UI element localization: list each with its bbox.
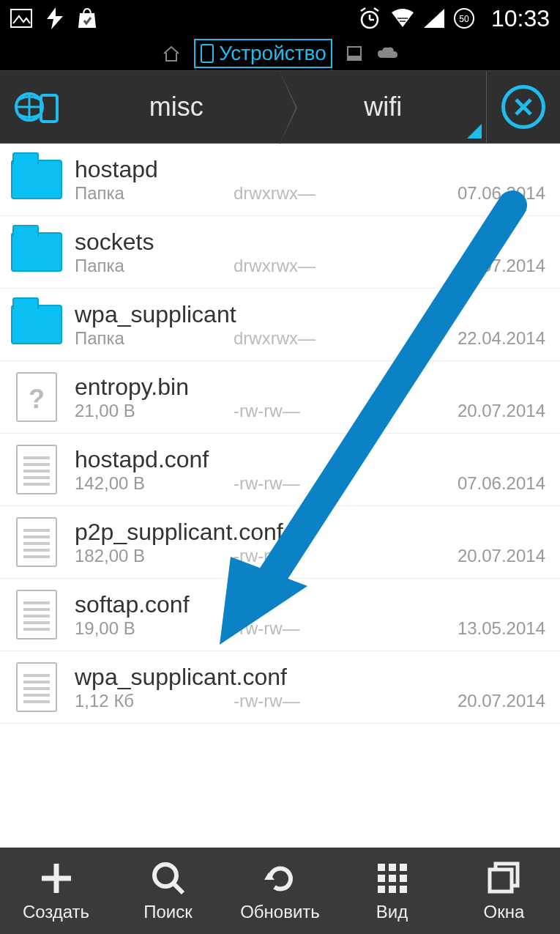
svg-rect-38 [490, 870, 512, 892]
bottom-label: Создать [23, 902, 89, 922]
breadcrumb-label: wifi [364, 92, 402, 122]
svg-text:50: 50 [459, 14, 469, 24]
text-file-icon [16, 590, 57, 640]
file-row[interactable]: socketsПапкаdrwxrwx—20.07.2014 [0, 216, 560, 289]
file-size: 19,00 B [75, 618, 228, 639]
grid-icon [373, 859, 411, 897]
file-size: 142,00 B [75, 473, 228, 494]
file-row[interactable]: p2p_supplicant.conf182,00 B-rw-rw—20.07.… [0, 506, 560, 579]
file-name: entropy.bin [75, 374, 545, 401]
file-date: 07.06.2014 [392, 183, 545, 204]
svg-rect-28 [378, 864, 385, 871]
refresh-button[interactable]: Обновить [224, 848, 336, 934]
cloud-icon[interactable] [376, 46, 398, 61]
bottom-label: Обновить [240, 902, 320, 922]
svg-rect-36 [400, 886, 407, 893]
breadcrumb-label: misc [149, 92, 204, 122]
svg-rect-33 [400, 875, 407, 882]
file-permissions: drwxrwx— [234, 183, 387, 204]
breadcrumb-root-button[interactable] [0, 71, 73, 143]
file-name: wpa_supplicant [75, 301, 545, 328]
create-button[interactable]: Создать [0, 848, 112, 934]
svg-line-26 [173, 883, 183, 893]
bottom-label: Вид [376, 902, 408, 922]
svg-rect-29 [389, 864, 396, 871]
flash-icon [47, 7, 63, 29]
windows-button[interactable]: Окна [448, 848, 560, 934]
file-date: 13.05.2014 [392, 618, 545, 639]
text-file-icon [16, 662, 57, 712]
file-name: sockets [75, 229, 545, 256]
bottom-label: Поиск [143, 902, 193, 922]
svg-rect-30 [400, 864, 407, 871]
file-permissions: -rw-rw— [234, 473, 387, 494]
svg-line-6 [374, 8, 378, 11]
file-date: 20.07.2014 [392, 546, 545, 566]
file-row[interactable]: hostapd.conf142,00 B-rw-rw—07.06.2014 [0, 434, 560, 506]
refresh-icon [261, 859, 299, 897]
signal-icon [424, 9, 444, 28]
svg-marker-9 [424, 9, 444, 28]
file-date: 20.07.2014 [392, 401, 545, 421]
status-time: 10:33 [491, 5, 550, 32]
unknown-file-icon: ? [16, 372, 57, 422]
tab-device[interactable]: Устройство [194, 39, 332, 68]
file-name: hostapd.conf [75, 446, 545, 473]
file-size: 21,00 B [75, 401, 228, 421]
file-name: softap.conf [75, 591, 545, 618]
breadcrumb-wifi[interactable]: wifi [280, 71, 488, 143]
svg-line-5 [361, 8, 365, 11]
svg-rect-12 [201, 45, 213, 62]
file-name: hostapd [75, 156, 545, 183]
file-permissions: -rw-rw— [234, 691, 387, 711]
file-row[interactable]: softap.conf19,00 B-rw-rw—13.05.2014 [0, 579, 560, 651]
windows-icon [485, 859, 523, 897]
file-permissions: -rw-rw— [234, 401, 387, 421]
file-date: 20.07.2014 [392, 256, 545, 276]
file-list: hostapdПапкаdrwxrwx—07.06.2014socketsПап… [0, 144, 560, 724]
file-size: Папка [75, 328, 228, 349]
file-date: 07.06.2014 [392, 473, 545, 494]
file-permissions: -rw-rw— [234, 546, 387, 566]
plus-icon [37, 859, 75, 897]
breadcrumb-misc[interactable]: misc [73, 71, 280, 143]
search-button[interactable]: Поиск [112, 848, 224, 934]
bottom-toolbar: Создать Поиск Обновить Вид Окна [0, 848, 560, 934]
file-name: p2p_supplicant.conf [75, 519, 545, 546]
file-size: 182,00 B [75, 546, 228, 566]
close-button[interactable] [487, 71, 560, 143]
gallery-icon [10, 9, 32, 28]
file-date: 22.04.2014 [392, 328, 545, 349]
sd-icon[interactable] [346, 45, 363, 62]
tab-device-label: Устройство [219, 42, 326, 65]
close-icon [501, 85, 545, 129]
svg-rect-31 [378, 875, 385, 882]
svg-marker-1 [47, 7, 63, 29]
text-file-icon [16, 445, 57, 494]
dropdown-indicator-icon [467, 124, 482, 138]
battery-icon: 50 [453, 7, 475, 29]
file-size: 1,12 Кб [75, 691, 228, 711]
file-row[interactable]: hostapdПапкаdrwxrwx—07.06.2014 [0, 144, 560, 216]
home-icon[interactable] [162, 45, 181, 62]
file-date: 20.07.2014 [392, 691, 545, 711]
bottom-label: Окна [484, 902, 525, 922]
svg-rect-34 [378, 886, 385, 893]
file-row[interactable]: wpa_supplicantПапкаdrwxrwx—22.04.2014 [0, 289, 560, 361]
file-permissions: drwxrwx— [234, 328, 387, 349]
file-name: wpa_supplicant.conf [75, 664, 545, 691]
svg-point-25 [154, 864, 176, 886]
breadcrumb-bar: misc wifi [0, 70, 560, 144]
file-size: Папка [75, 256, 228, 276]
file-permissions: drwxrwx— [234, 256, 387, 276]
file-size: Папка [75, 183, 228, 204]
wifi-icon [390, 8, 415, 29]
file-row[interactable]: wpa_supplicant.conf1,12 Кб-rw-rw—20.07.2… [0, 651, 560, 724]
alarm-icon [358, 7, 381, 30]
view-button[interactable]: Вид [336, 848, 448, 934]
file-row[interactable]: ?entropy.bin21,00 B-rw-rw—20.07.2014 [0, 361, 560, 434]
location-tabs: Устройство [0, 37, 560, 70]
svg-rect-32 [389, 875, 396, 882]
shopping-bag-icon [78, 7, 97, 29]
android-status-bar: 50 10:33 [0, 0, 560, 37]
